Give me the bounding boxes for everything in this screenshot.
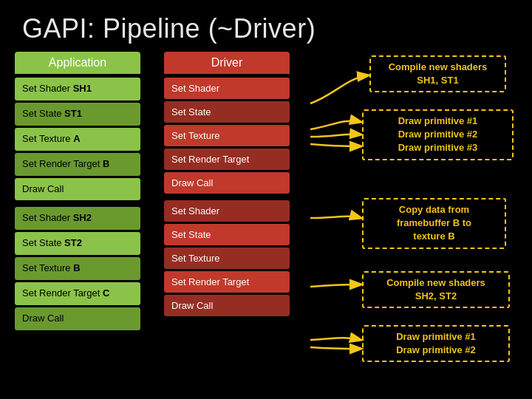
driver-row-9: Draw Call <box>164 295 290 316</box>
app-row-0: Set Shader SH1 <box>15 78 140 100</box>
app-row-6: Set State ST2 <box>15 232 140 255</box>
app-row-7: Set Texture B <box>15 257 140 280</box>
driver-header: Driver <box>164 52 290 74</box>
driver-column: Driver Set Shader Set State Set Texture … <box>164 52 290 330</box>
application-header: Application <box>15 52 140 74</box>
app-row-4: Draw Call <box>15 178 140 201</box>
app-row-9: Draw Call <box>15 307 140 330</box>
app-row-5: Set Shader SH2 <box>15 207 140 230</box>
app-row-8: Set Render Target C <box>15 282 140 305</box>
application-column: Application Set Shader SH1 Set State ST1… <box>15 52 140 330</box>
driver-row-6: Set State <box>164 224 290 245</box>
driver-row-3: Set Render Target <box>164 149 290 170</box>
driver-row-8: Set Render Target <box>164 271 290 293</box>
driver-row-2: Set Texture <box>164 125 290 146</box>
app-row-3: Set Render Target B <box>15 153 140 176</box>
annotation-draw-primitives-2: Draw primitive #1Draw primitive #2 <box>362 325 510 362</box>
page-title: GAPI: Pipeline (~Driver) <box>0 0 532 52</box>
driver-row-5: Set Shader <box>164 200 290 222</box>
driver-row-4: Draw Call <box>164 172 290 194</box>
driver-row-1: Set State <box>164 101 290 123</box>
driver-row-7: Set Texture <box>164 248 290 269</box>
app-row-1: Set State ST1 <box>15 103 140 126</box>
driver-row-0: Set Shader <box>164 78 290 99</box>
app-row-2: Set Texture A <box>15 128 140 151</box>
